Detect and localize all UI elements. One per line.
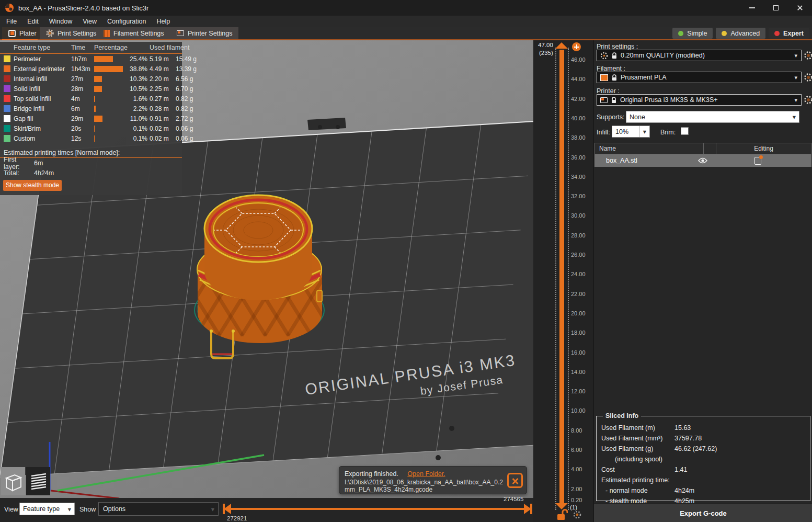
minimize-button[interactable] — [740, 0, 764, 16]
feature-weight: 0.06 g — [176, 125, 203, 132]
layer-tick-label: 2.00 — [571, 486, 582, 492]
total-label: Total: — [4, 169, 34, 177]
show-select[interactable]: Options ▾ — [98, 502, 219, 516]
supports-value: None — [630, 114, 645, 121]
menu-view[interactable]: View — [77, 16, 102, 27]
print-settings-label: Print settings : — [597, 43, 638, 50]
printer-gear-button[interactable] — [804, 95, 812, 105]
print-settings-select[interactable]: 0.20mm QUALITY (modified) ▾ — [597, 50, 802, 61]
menu-edit[interactable]: Edit — [22, 16, 44, 27]
view-select-value: Feature type — [23, 505, 60, 513]
printer-select[interactable]: Original Prusa i3 MK3S & MK3S+ ▾ — [597, 94, 802, 106]
tab-printer-settings[interactable]: Printer Settings — [170, 27, 238, 39]
show-stealth-mode-button[interactable]: Show stealth mode — [3, 180, 62, 191]
sliced-info-title: Sliced Info — [603, 412, 641, 419]
range-slider-right-handle[interactable] — [523, 503, 533, 515]
notification-close-button[interactable] — [507, 473, 523, 488]
export-gcode-button[interactable]: Export G-code — [594, 504, 812, 522]
open-folder-link[interactable]: Open Folder. — [407, 470, 445, 478]
feature-time: 4m — [71, 95, 94, 103]
feature-weight: 0.06 g — [176, 135, 203, 142]
infill-label: Infill: — [597, 129, 610, 136]
sliced-info-row: Estimated printing time: — [601, 475, 805, 485]
layer-tick-label: 44.00 — [571, 76, 586, 82]
sliced-info-label: Estimated printing time: — [601, 475, 674, 485]
infill-select[interactable]: 10% ▾ — [612, 126, 650, 138]
tab-print-settings[interactable]: Print Settings — [40, 27, 102, 39]
feature-color-swatch — [4, 85, 10, 92]
editing-column-header: Editing — [716, 143, 811, 154]
feature-percentage: 25.4% — [125, 55, 150, 63]
horizontal-range-slider[interactable] — [231, 508, 524, 510]
menu-file[interactable]: File — [1, 16, 22, 27]
feature-row: Custom 12s 0.1% 0.02 m 0.06 g — [0, 133, 182, 143]
close-button[interactable] — [788, 0, 812, 16]
feature-color-swatch — [4, 95, 10, 102]
tab-filament-settings[interactable]: Filament Settings — [97, 27, 170, 39]
filament-icon — [104, 30, 110, 37]
menu-configuration[interactable]: Configuration — [102, 16, 151, 27]
printer-label: Printer : — [597, 87, 620, 95]
brim-checkbox[interactable] — [681, 127, 689, 135]
gear-icon — [600, 52, 608, 60]
layer-slider-top-layer: (235) — [539, 50, 553, 56]
chevron-down-icon: ▾ — [639, 126, 649, 137]
sliced-info-value: 37597.78 — [674, 433, 702, 444]
lock-icon — [611, 97, 616, 104]
lock-icon[interactable] — [556, 508, 568, 521]
feature-percentage-bar — [94, 55, 125, 63]
feature-percentage-bar — [94, 65, 125, 73]
tick-track-left — [555, 48, 556, 510]
layer-slider-upper-handle[interactable] — [555, 42, 568, 49]
feature-legend-panel: Feature type Time Percentage Used filame… — [0, 42, 182, 195]
layer-tick-label: 0.20 — [571, 497, 582, 503]
first-layer-label: First layer: — [4, 156, 34, 171]
layer-tick-label: 38.00 — [571, 134, 586, 141]
print-settings-gear-button[interactable] — [804, 51, 812, 60]
filament-select[interactable]: Prusament PLA ▾ — [597, 72, 802, 83]
layer-tick-label: 4.00 — [571, 466, 582, 472]
maximize-button[interactable] — [764, 0, 788, 16]
mode-expert-label: Expert — [783, 30, 804, 37]
layer-slider-bar[interactable] — [559, 50, 564, 503]
object-table-header: Name Editing — [594, 143, 811, 154]
menu-window[interactable]: Window — [44, 16, 77, 27]
feature-row: Perimeter 1h7m 25.4% 5.19 m 15.49 g — [0, 54, 182, 64]
gear-icon[interactable] — [573, 510, 581, 519]
mode-advanced-button[interactable]: Advanced — [716, 28, 765, 39]
layer-tick-label: 32.00 — [571, 193, 586, 199]
preview-view-button[interactable] — [26, 467, 50, 495]
range-max-value: 274565 — [504, 496, 523, 502]
feature-row: Skirt/Brim 20s 0.1% 0.02 m 0.06 g — [0, 123, 182, 133]
feature-color-swatch — [4, 55, 10, 62]
supports-select[interactable]: None ▾ — [626, 111, 799, 123]
mode-simple-button[interactable]: Simple — [672, 28, 713, 39]
first-layer-value: 6m — [34, 160, 43, 167]
window-title: box_AA - PrusaSlicer-2.4.0 based on Slic… — [18, 4, 148, 12]
view-select[interactable]: Feature type ▾ — [19, 503, 75, 515]
editor-view-button[interactable] — [1, 467, 25, 495]
sliced-info-label: Used Filament (mm³) — [601, 433, 674, 444]
sliced-info-label: - normal mode — [601, 485, 674, 496]
feature-name: Top solid infill — [14, 95, 71, 103]
range-slider-left-handle[interactable] — [222, 503, 232, 515]
eye-icon[interactable] — [698, 157, 707, 164]
feature-time: 20s — [71, 125, 94, 132]
filament-gear-button[interactable] — [804, 73, 812, 82]
feature-color-swatch — [4, 115, 10, 122]
layer-tick-label: 22.00 — [571, 291, 586, 297]
object-editing-icon[interactable] — [754, 157, 761, 165]
layer-slider-bottom-layer: (1) — [570, 504, 577, 510]
simple-mode-dot-icon — [678, 31, 683, 36]
mode-expert-button[interactable]: Expert — [769, 28, 809, 39]
tab-printer-settings-label: Printer Settings — [188, 30, 232, 37]
feature-percentage: 38.8% — [125, 65, 150, 73]
feature-color-swatch — [4, 65, 10, 72]
tick-track-right — [568, 48, 569, 510]
sliced-info-row: - normal mode 4h24m — [601, 485, 805, 496]
add-color-change-button[interactable] — [572, 42, 581, 51]
object-row[interactable]: box_AA.stl — [594, 154, 811, 167]
tab-plater[interactable]: Plater — [2, 27, 43, 39]
menu-help[interactable]: Help — [151, 16, 175, 27]
feature-table-header: Feature type Time Percentage Used filame… — [0, 42, 182, 54]
